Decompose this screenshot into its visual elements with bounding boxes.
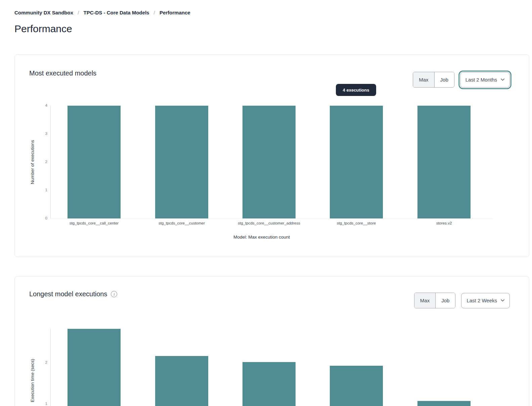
most-executed-chart: 01234stg_tpcds_core__call_centerstg_tpcd…	[15, 55, 529, 257]
breadcrumb-item-project[interactable]: Community DX Sandbox	[14, 10, 73, 15]
bar[interactable]	[242, 106, 296, 218]
y-axis-title: Execution time (secs)	[30, 359, 35, 402]
longest-executions-chart: 12Execution time (secs)	[15, 276, 529, 406]
bar[interactable]	[330, 106, 383, 218]
bar[interactable]	[68, 329, 121, 406]
y-tick-label: 0	[31, 216, 47, 220]
breadcrumb-separator: /	[154, 10, 155, 15]
y-tick-label: 1	[31, 402, 47, 406]
x-tick-label: stg_tpcds_core__customer_address	[238, 221, 300, 225]
bar[interactable]	[417, 401, 471, 406]
bar[interactable]	[417, 106, 471, 218]
x-axis-title: Model: Max execution count	[233, 235, 290, 240]
y-tick-label: 3	[31, 132, 47, 136]
x-tick-label: stg_tpcds_core__store	[337, 221, 376, 225]
y-tick-label: 1	[31, 188, 47, 192]
performance-page: Community DX Sandbox / TPC-DS - Core Dat…	[0, 0, 532, 406]
y-axis-line	[50, 329, 51, 406]
breadcrumb-item-models[interactable]: TPC-DS - Core Data Models	[84, 10, 149, 15]
most-executed-models-card: Most executed models Max Job Last 2 Mont…	[14, 54, 529, 257]
chart-tooltip: 4 executions	[336, 84, 376, 96]
bar[interactable]	[242, 362, 296, 406]
x-tick-label: stg_tpcds_core__customer	[159, 221, 205, 225]
bar[interactable]	[68, 106, 121, 218]
breadcrumb: Community DX Sandbox / TPC-DS - Core Dat…	[14, 10, 190, 15]
y-axis-line	[50, 106, 51, 218]
x-axis-line	[50, 218, 493, 219]
breadcrumb-separator: /	[78, 10, 79, 15]
bar[interactable]	[330, 366, 383, 406]
x-tick-label: stg_tpcds_core__call_center	[70, 221, 119, 225]
bar[interactable]	[155, 356, 208, 406]
longest-model-executions-card: Longest model executions i Max Job Last …	[14, 276, 529, 406]
page-title: Performance	[14, 23, 72, 35]
bar[interactable]	[155, 106, 208, 218]
breadcrumb-item-performance[interactable]: Performance	[160, 10, 190, 15]
y-axis-title: Number of executions	[30, 140, 35, 184]
y-tick-label: 4	[31, 103, 47, 107]
x-tick-label: stores.v2	[436, 221, 452, 225]
